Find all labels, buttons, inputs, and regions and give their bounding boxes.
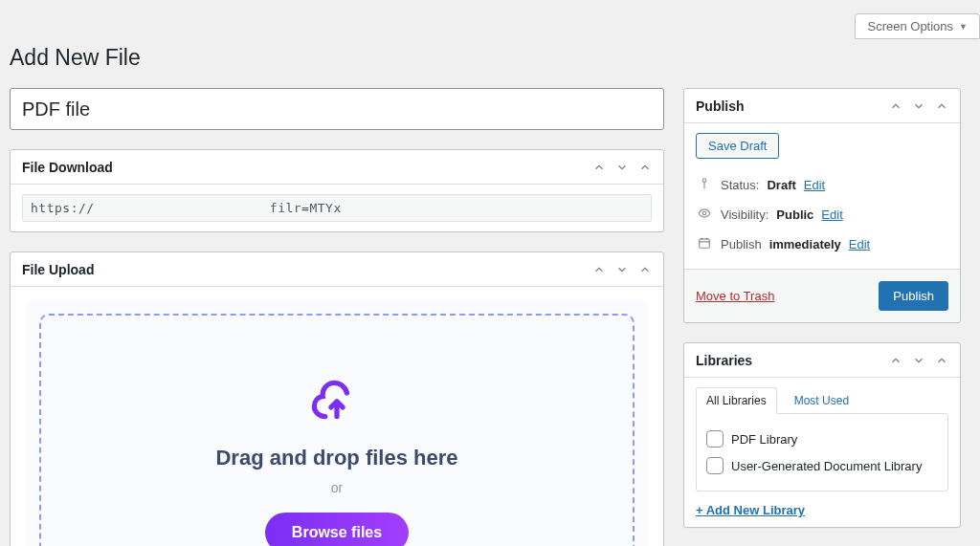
visibility-value: Public [776,207,813,222]
visibility-row: Visibility: Public Edit [696,200,948,229]
status-row: Status: Draft Edit [696,170,948,200]
file-download-heading: File Download [22,160,113,175]
screen-options-label: Screen Options [867,19,953,33]
download-url-field[interactable] [22,194,652,222]
svg-point-0 [702,179,706,183]
checkbox[interactable] [706,430,724,448]
file-upload-heading: File Upload [22,262,94,277]
page-title: Add New File [10,45,961,71]
edit-visibility-link[interactable]: Edit [821,207,842,222]
library-item: PDF Library [706,426,938,452]
move-to-trash-link[interactable]: Move to Trash [696,289,774,303]
browse-files-button[interactable]: Browse files [265,513,409,546]
svg-point-1 [702,211,706,215]
move-down-icon[interactable] [613,159,631,176]
tab-all-libraries[interactable]: All Libraries [696,387,777,414]
library-item: User-Generated Document Library [706,452,938,479]
chevron-down-icon: ▼ [959,22,968,32]
checkbox[interactable] [706,457,724,474]
save-draft-button[interactable]: Save Draft [696,133,779,159]
svg-rect-2 [700,239,710,248]
dropzone-or: or [60,480,613,495]
move-up-icon[interactable] [590,261,608,278]
calendar-icon [696,236,713,252]
move-up-icon[interactable] [887,98,904,115]
libraries-heading: Libraries [696,353,752,368]
edit-schedule-link[interactable]: Edit [849,237,870,251]
dropzone[interactable]: Drag and drop files here or Browse files [39,314,635,546]
pin-icon [696,177,713,193]
dropzone-headline: Drag and drop files here [60,446,613,470]
toggle-panel-icon[interactable] [636,261,654,278]
add-new-library-link[interactable]: + Add New Library [696,503,805,517]
publish-value: immediately [769,237,841,251]
eye-icon [696,207,713,223]
toggle-panel-icon[interactable] [933,98,950,115]
library-item-label[interactable]: User-Generated Document Library [731,459,922,473]
file-download-box: File Download [10,149,664,232]
cloud-upload-icon [60,373,613,426]
post-title-input[interactable] [10,88,664,130]
status-label: Status: [721,178,759,192]
libraries-box: Libraries All Libraries Most Used [683,342,961,528]
move-down-icon[interactable] [613,261,631,278]
screen-options-button[interactable]: Screen Options ▼ [855,13,980,39]
tab-most-used[interactable]: Most Used [785,388,858,413]
move-up-icon[interactable] [590,159,608,176]
edit-status-link[interactable]: Edit [804,178,825,192]
library-item-label[interactable]: PDF Library [731,432,797,447]
publish-heading: Publish [696,98,745,114]
file-upload-box: File Upload [10,251,664,546]
visibility-label: Visibility: [721,207,768,222]
move-down-icon[interactable] [910,352,927,369]
publish-label: Publish [721,237,762,251]
schedule-row: Publish immediately Edit [696,229,948,259]
publish-box: Publish Save Draft Status [683,88,961,323]
move-down-icon[interactable] [910,98,927,115]
publish-button[interactable]: Publish [879,281,948,311]
toggle-panel-icon[interactable] [933,352,950,369]
toggle-panel-icon[interactable] [636,159,654,176]
status-value: Draft [767,178,795,192]
move-up-icon[interactable] [887,352,904,369]
